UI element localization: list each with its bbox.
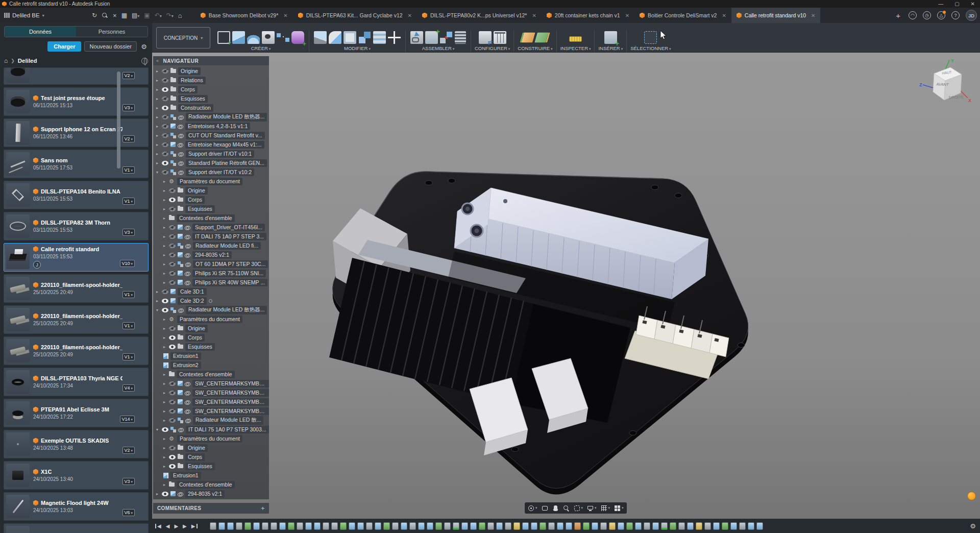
skip-to-start-icon[interactable]: ◀ [157,523,161,529]
chevron-right-icon[interactable]: ▸ [156,96,162,101]
insert-derive-icon[interactable] [410,31,423,44]
visibility-off-icon[interactable] [162,69,168,74]
orbit-tool[interactable]: ▾ [528,505,537,512]
document-tab[interactable]: Calle retrofit standard v10 ✕ [731,8,821,23]
close-tab-icon[interactable]: ✕ [811,13,815,18]
visibility-on-icon[interactable] [169,455,176,459]
chevron-right-icon[interactable]: ▸ [163,253,169,257]
chevron-right-icon[interactable]: ▸ [163,482,169,487]
group-label-select[interactable]: SÉLECTIONNER [630,45,671,51]
visibility-off-icon[interactable] [169,262,176,266]
document-tab[interactable]: Boitier Controle DeliSmart v2 ✕ [634,8,731,23]
tree-row[interactable]: ▸ ▾ ⚙ Radiateur Module LED fi... [153,241,269,250]
timeline-feature-icon[interactable] [323,522,329,530]
visibility-off-icon[interactable] [169,244,176,248]
version-badge[interactable]: V14 [120,416,135,423]
home-breadcrumb-icon[interactable]: ⌂ [4,57,8,64]
visibility-on-icon[interactable] [162,492,168,496]
timeline-feature-icon[interactable] [583,522,590,530]
tree-row[interactable]: ▸ ▾ ⚙ 294-8035 v2:1 [153,489,269,498]
timeline-feature-icon[interactable] [566,522,572,530]
tree-row[interactable]: ▸ ▾ ⚙ Support driver IT/OT v10:2 [153,167,269,177]
revolve-icon[interactable] [247,31,260,44]
list-item[interactable]: Exemple OUTILS SKADIS 24/10/2025 13:48 V… [4,430,149,458]
list-item[interactable]: Sans nom 05/11/2025 17:53 V1 [4,150,149,178]
timeline-feature-icon[interactable] [670,522,676,530]
tree-row[interactable]: ▸ ▾ ⚙ IT DALI 75 1A0 P7 STEP 3003... [153,425,269,434]
chevron-right-icon[interactable]: ▸ [156,492,162,496]
visibility-off-icon[interactable] [162,133,168,138]
timeline-feature-icon[interactable] [609,522,616,530]
version-badge[interactable]: V4 [122,384,135,392]
list-item[interactable]: V2 [4,67,149,85]
tree-row[interactable]: ▸ ▾ ⚙ Extrusion1 [153,471,269,480]
breadcrumb[interactable]: Deliled [18,58,37,64]
tab-people[interactable]: Personnes [76,27,148,37]
user-avatar[interactable]: JD [966,10,977,21]
close-button[interactable]: ✕ [971,1,975,7]
visibility-on-icon[interactable] [162,87,168,92]
tree-row[interactable]: ▸ ▾ ⚙ Esquisses [153,462,269,471]
create-sketch-icon[interactable] [217,31,230,44]
timeline-feature-icon[interactable] [470,522,477,530]
tree-row[interactable]: ▸ ▾ ⚙ Origine [153,443,269,452]
tree-row[interactable]: ▸ ▾ ⚙ Contextes d'ensemble [153,370,269,379]
chevron-right-icon[interactable]: ▸ [163,446,169,450]
document-tab[interactable]: DILSL-PTEPA80v2 K...ps Universel v12* ✕ [417,8,542,23]
play-icon[interactable]: ▶ [174,523,178,529]
visibility-off-icon[interactable] [169,234,176,239]
timeline-feature-icon[interactable] [262,522,268,530]
joint-icon[interactable] [440,31,453,44]
timeline-feature-icon[interactable] [687,522,694,530]
visibility-on-icon[interactable] [169,198,176,202]
version-badge[interactable]: V1 [122,198,135,205]
tree-row[interactable]: ▸ ▾ ⚙ Entretoises 4,2-8-15 v1:1 [153,122,269,131]
document-tab[interactable]: Base Showroom Delibot v29* ✕ [195,8,293,23]
press-pull-icon[interactable] [314,31,327,44]
group-label-modify[interactable]: MODIFIER [344,45,371,51]
tree-row[interactable]: ▸ ▾ ⚙ Esquisses [153,342,269,351]
configure-icon[interactable] [479,31,492,44]
visibility-off-icon[interactable] [162,170,168,175]
timeline-feature-icon[interactable] [244,522,251,530]
group-label-inspect[interactable]: INSPECTER [560,45,591,51]
timeline-feature-icon[interactable] [522,522,529,530]
timeline-feature-icon[interactable] [435,522,442,530]
group-label-insert[interactable]: INSÉRER [598,45,623,51]
visibility-on-icon[interactable] [162,106,168,110]
save-icon[interactable]: ▣ [144,12,150,19]
version-badge[interactable]: V10 [120,260,135,267]
chevron-down-icon[interactable]: ▾ [156,170,162,175]
tree-row[interactable]: ▸ ▾ ⚙ 294-8035 v2:1 [153,250,269,259]
visibility-off-icon[interactable] [162,142,168,147]
chevron-right-icon[interactable]: ▸ [156,161,162,165]
chevron-right-icon[interactable]: ▸ [163,234,169,239]
insert-icon[interactable] [604,31,617,44]
chevron-right-icon[interactable]: ▸ [163,418,169,423]
pattern-icon[interactable] [277,31,289,44]
measure-icon[interactable] [569,36,582,42]
timeline-feature-icon[interactable] [401,522,407,530]
timeline-feature-icon[interactable] [661,522,668,530]
timeline-feature-icon[interactable] [531,522,537,530]
tree-row[interactable]: ▸ ▾ ⚙ Esquisses [153,94,269,103]
construction-plane-icon[interactable] [520,32,536,42]
timeline-feature-icon[interactable] [557,522,564,530]
visibility-off-icon[interactable] [169,253,176,257]
visibility-off-icon[interactable] [169,225,176,230]
fillet-icon[interactable] [329,31,341,44]
timeline-feature-icon[interactable] [756,522,763,530]
chevron-right-icon[interactable]: ▸ [156,152,162,156]
new-folder-button[interactable]: Nouveau dossier [84,41,137,52]
tree-row[interactable]: ▸ ▾ ⚙ Radiateur Module LED 散热器... [153,305,269,314]
team-selector[interactable]: Deliled BE ▾ [0,12,92,18]
chevron-right-icon[interactable]: ▸ [163,198,169,202]
timeline-feature-icon[interactable] [513,522,520,530]
timeline-feature-icon[interactable] [349,522,355,530]
timeline-feature-icon[interactable] [713,522,720,530]
move-copy-icon[interactable] [388,31,401,44]
timeline-feature-icon[interactable] [704,522,711,530]
chevron-right-icon[interactable]: ▸ [163,326,169,331]
zoom-tool[interactable] [563,505,570,512]
add-comment-icon[interactable]: + [261,504,265,512]
